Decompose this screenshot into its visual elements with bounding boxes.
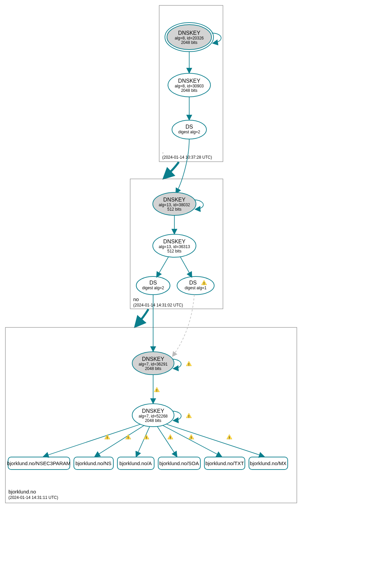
svg-text:512 bits: 512 bits xyxy=(167,249,181,253)
node-no-ds1: DS digest alg=2 xyxy=(136,276,170,295)
zone-time-leaf: (2024-01-14 14:31:11 UTC) xyxy=(8,495,58,500)
node-leaf-ksk: DNSKEY alg=7, id=36291 2048 bits xyxy=(132,352,174,375)
svg-text:DS: DS xyxy=(149,280,157,286)
rr-label: bjorklund.no/NSEC3PARAM xyxy=(7,460,70,466)
warn-icon xyxy=(154,387,160,393)
node-no-ds2: DS digest alg=1 xyxy=(177,276,214,295)
svg-text:alg=7, id=52268: alg=7, id=52268 xyxy=(139,414,168,419)
edge-no-zsk-ds2 xyxy=(180,257,192,277)
svg-text:DS: DS xyxy=(186,124,193,130)
edge-zsk-rr5 xyxy=(163,425,221,456)
edge-zsk-rr1 xyxy=(44,424,140,456)
svg-text:alg=13, id=36313: alg=13, id=36313 xyxy=(159,244,190,249)
zone-label-leaf: bjorklund.no xyxy=(8,489,36,495)
svg-text:DNSKEY: DNSKEY xyxy=(142,408,164,414)
svg-text:alg=7, id=36291: alg=7, id=36291 xyxy=(139,362,168,367)
edge-no-zsk-ds1 xyxy=(157,257,169,277)
edge-zsk-rr2 xyxy=(95,425,144,456)
node-no-ksk: DNSKEY alg=13, id=38032 512 bits xyxy=(153,192,196,215)
warn-icon xyxy=(168,434,173,440)
svg-text:512 bits: 512 bits xyxy=(167,207,181,212)
svg-text:digest alg=2: digest alg=2 xyxy=(178,130,200,134)
edge-zone-no-leaf xyxy=(137,309,148,325)
svg-text:2048 bits: 2048 bits xyxy=(145,418,162,423)
svg-text:DNSKEY: DNSKEY xyxy=(163,197,186,203)
svg-text:2048 bits: 2048 bits xyxy=(145,366,162,371)
rr-label: bjorklund.no/TXT xyxy=(205,460,244,466)
svg-text:2048 bits: 2048 bits xyxy=(181,40,198,45)
svg-text:DNSKEY: DNSKEY xyxy=(178,30,200,36)
warn-icon xyxy=(186,361,192,367)
svg-text:alg=8, id=30903: alg=8, id=30903 xyxy=(175,84,204,88)
rr-label: bjorklund.no/NS xyxy=(76,460,112,466)
rr-label: bjorklund.no/SOA xyxy=(159,460,199,466)
node-no-zsk: DNSKEY alg=13, id=36313 512 bits xyxy=(153,234,196,257)
rr-label: bjorklund.no/MX xyxy=(250,460,286,466)
warn-icon xyxy=(144,434,149,440)
edge-zsk-rr4 xyxy=(157,426,177,456)
edge-zone-root-no xyxy=(165,162,179,177)
svg-text:DNSKEY: DNSKEY xyxy=(178,78,200,84)
edge-zsk-rr6 xyxy=(167,424,264,456)
rr-label: bjorklund.no/A xyxy=(119,460,152,466)
svg-text:alg=13, id=38032: alg=13, id=38032 xyxy=(159,203,190,207)
svg-text:DNSKEY: DNSKEY xyxy=(163,239,186,244)
warn-icon xyxy=(186,413,192,419)
warn-icon xyxy=(227,434,232,440)
svg-text:alg=8, id=20326: alg=8, id=20326 xyxy=(175,36,204,41)
warn-icon xyxy=(189,434,194,440)
node-root-zsk: DNSKEY alg=8, id=30903 2048 bits xyxy=(168,73,210,97)
edge-zsk-rr3 xyxy=(136,426,150,456)
edge-rootds-noksk xyxy=(176,139,189,193)
zone-label-root: . xyxy=(162,149,164,154)
node-root-ds: DS digest alg=2 xyxy=(172,120,206,139)
svg-text:2048 bits: 2048 bits xyxy=(181,88,198,93)
svg-text:digest alg=1: digest alg=1 xyxy=(184,286,206,290)
zone-time-no: (2024-01-14 14:31:02 UTC) xyxy=(133,303,183,308)
svg-text:digest alg=2: digest alg=2 xyxy=(142,286,164,290)
node-root-ksk: DNSKEY alg=8, id=20326 2048 bits xyxy=(165,23,214,52)
svg-text:DNSKEY: DNSKEY xyxy=(142,356,164,362)
node-leaf-zsk: DNSKEY alg=7, id=52268 2048 bits xyxy=(132,404,174,427)
rr-boxes: bjorklund.no/NSEC3PARAM bjorklund.no/NS … xyxy=(7,457,288,470)
zone-label-no: no xyxy=(133,296,139,302)
svg-text:DS: DS xyxy=(189,280,197,286)
warn-icon xyxy=(105,434,110,440)
